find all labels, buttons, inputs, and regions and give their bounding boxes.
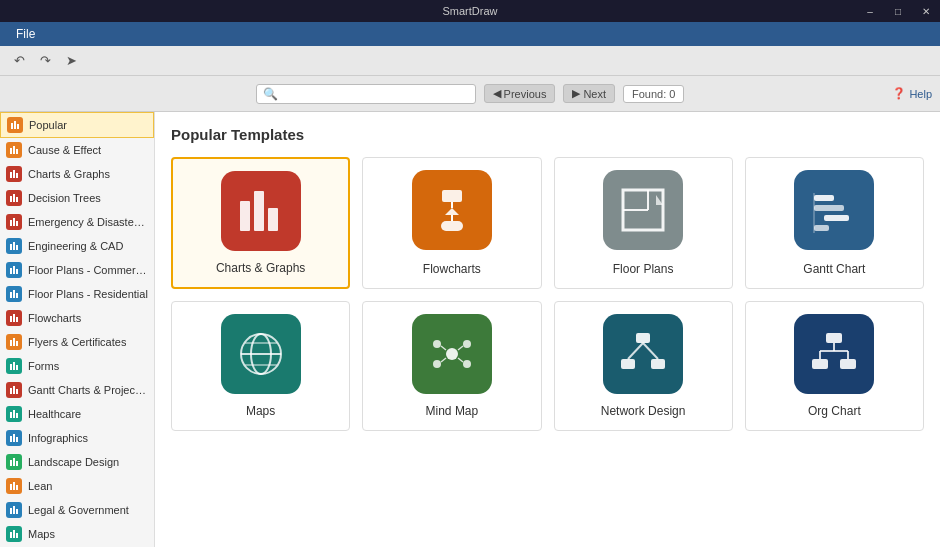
- sidebar-item-decision-trees[interactable]: Decision Trees: [0, 186, 154, 210]
- sidebar-item-emergency[interactable]: Emergency & Disaster Pla...: [0, 210, 154, 234]
- svg-rect-1: [11, 123, 13, 129]
- sidebar-item-lean[interactable]: Lean: [0, 474, 154, 498]
- sidebar-item-maps[interactable]: Maps: [0, 522, 154, 546]
- svg-rect-129: [812, 359, 828, 369]
- redo-button[interactable]: ↷: [34, 50, 56, 72]
- svg-marker-97: [445, 208, 459, 215]
- search-input[interactable]: [282, 87, 469, 101]
- template-label-flowcharts: Flowcharts: [423, 262, 481, 276]
- template-card-flowcharts[interactable]: Flowcharts: [362, 157, 541, 289]
- svg-rect-59: [16, 461, 18, 466]
- section-title: Popular Templates: [171, 126, 924, 143]
- menu-bar: File: [0, 22, 940, 46]
- sidebar-icon-flowcharts: [6, 310, 22, 326]
- svg-rect-35: [16, 317, 18, 322]
- sidebar-label-forms: Forms: [28, 360, 59, 372]
- svg-rect-11: [16, 173, 18, 178]
- sidebar-label-floor-commercial: Floor Plans - Commercial: [28, 264, 148, 276]
- svg-rect-34: [13, 314, 15, 322]
- help-button[interactable]: ❓ Help: [892, 87, 932, 100]
- svg-rect-37: [10, 340, 12, 346]
- sidebar-label-cause-effect: Cause & Effect: [28, 144, 101, 156]
- svg-line-127: [643, 343, 658, 359]
- svg-point-118: [463, 360, 471, 368]
- svg-line-120: [458, 346, 463, 350]
- search-icon: 🔍: [263, 87, 278, 101]
- svg-rect-125: [651, 359, 665, 369]
- svg-rect-50: [13, 410, 15, 418]
- template-card-org-chart[interactable]: Org Chart: [745, 301, 924, 431]
- svg-rect-23: [16, 245, 18, 250]
- svg-point-116: [463, 340, 471, 348]
- template-card-mind-map[interactable]: Mind Map: [362, 301, 541, 431]
- sidebar-item-cause-effect[interactable]: Cause & Effect: [0, 138, 154, 162]
- undo-button[interactable]: ↶: [8, 50, 30, 72]
- forward-button[interactable]: ➤: [60, 50, 82, 72]
- prev-button[interactable]: ◀ Previous: [484, 84, 556, 103]
- template-icon-network-design: [603, 314, 683, 394]
- svg-rect-66: [13, 506, 15, 514]
- templates-grid: Charts & GraphsFlowchartsFloor PlansGant…: [171, 157, 924, 431]
- svg-rect-42: [13, 362, 15, 370]
- sidebar-item-flowcharts[interactable]: Flowcharts: [0, 306, 154, 330]
- svg-rect-3: [17, 124, 19, 129]
- file-menu[interactable]: File: [8, 22, 43, 46]
- sidebar-icon-legal-gov: [6, 502, 22, 518]
- sidebar-icon-popular: [7, 117, 23, 133]
- svg-line-121: [441, 358, 446, 362]
- sidebar-item-healthcare[interactable]: Healthcare: [0, 402, 154, 426]
- svg-rect-123: [636, 333, 650, 343]
- svg-rect-5: [10, 148, 12, 154]
- svg-rect-25: [10, 268, 12, 274]
- sidebar-item-floor-residential[interactable]: Floor Plans - Residential: [0, 282, 154, 306]
- svg-rect-33: [10, 316, 12, 322]
- svg-rect-107: [814, 225, 829, 231]
- sidebar-icon-cause-effect: [6, 142, 22, 158]
- sidebar-item-flyers-certs[interactable]: Flyers & Certificates: [0, 330, 154, 354]
- sidebar-icon-maps: [6, 526, 22, 542]
- sidebar-icon-decision-trees: [6, 190, 22, 206]
- toolbar: ↶ ↷ ➤: [0, 46, 940, 76]
- template-icon-mind-map: [412, 314, 492, 394]
- next-button[interactable]: ▶ Next: [563, 84, 615, 103]
- minimize-button[interactable]: –: [856, 0, 884, 22]
- sidebar-item-gantt[interactable]: Gantt Charts & Project Mgt: [0, 378, 154, 402]
- sidebar-item-legal-gov[interactable]: Legal & Government: [0, 498, 154, 522]
- template-label-gantt-chart: Gantt Chart: [803, 262, 865, 276]
- sidebar-item-popular[interactable]: Popular: [0, 112, 154, 138]
- template-label-mind-map: Mind Map: [426, 404, 479, 418]
- svg-rect-9: [10, 172, 12, 178]
- svg-rect-29: [10, 292, 12, 298]
- sidebar-item-forms[interactable]: Forms: [0, 354, 154, 378]
- close-button[interactable]: ✕: [912, 0, 940, 22]
- template-card-charts-graphs[interactable]: Charts & Graphs: [171, 157, 350, 289]
- svg-point-114: [446, 348, 458, 360]
- sidebar-item-charts-graphs[interactable]: Charts & Graphs: [0, 162, 154, 186]
- svg-rect-30: [13, 290, 15, 298]
- svg-rect-2: [14, 121, 16, 129]
- svg-rect-45: [10, 388, 12, 394]
- template-card-network-design[interactable]: Network Design: [554, 301, 733, 431]
- sidebar-item-engineering-cad[interactable]: Engineering & CAD: [0, 234, 154, 258]
- search-bar: 🔍 ◀ Previous ▶ Next Found: 0 ❓ Help: [0, 76, 940, 112]
- restore-button[interactable]: □: [884, 0, 912, 22]
- sidebar-label-healthcare: Healthcare: [28, 408, 81, 420]
- sidebar-label-decision-trees: Decision Trees: [28, 192, 101, 204]
- svg-rect-55: [16, 437, 18, 442]
- sidebar-item-landscape[interactable]: Landscape Design: [0, 450, 154, 474]
- svg-rect-54: [13, 434, 15, 442]
- template-card-gantt-chart[interactable]: Gantt Chart: [745, 157, 924, 289]
- svg-rect-47: [16, 389, 18, 394]
- template-card-maps[interactable]: Maps: [171, 301, 350, 431]
- template-icon-flowcharts: [412, 170, 492, 250]
- svg-rect-61: [10, 484, 12, 490]
- template-card-floor-plans[interactable]: Floor Plans: [554, 157, 733, 289]
- sidebar-item-infographics[interactable]: Infographics: [0, 426, 154, 450]
- svg-rect-124: [621, 359, 635, 369]
- template-icon-gantt-chart: [794, 170, 874, 250]
- sidebar-label-infographics: Infographics: [28, 432, 88, 444]
- sidebar-item-floor-commercial[interactable]: Floor Plans - Commercial: [0, 258, 154, 282]
- sidebar: PopularCause & EffectCharts & GraphsDeci…: [0, 112, 155, 547]
- svg-rect-95: [442, 190, 462, 202]
- svg-rect-13: [10, 196, 12, 202]
